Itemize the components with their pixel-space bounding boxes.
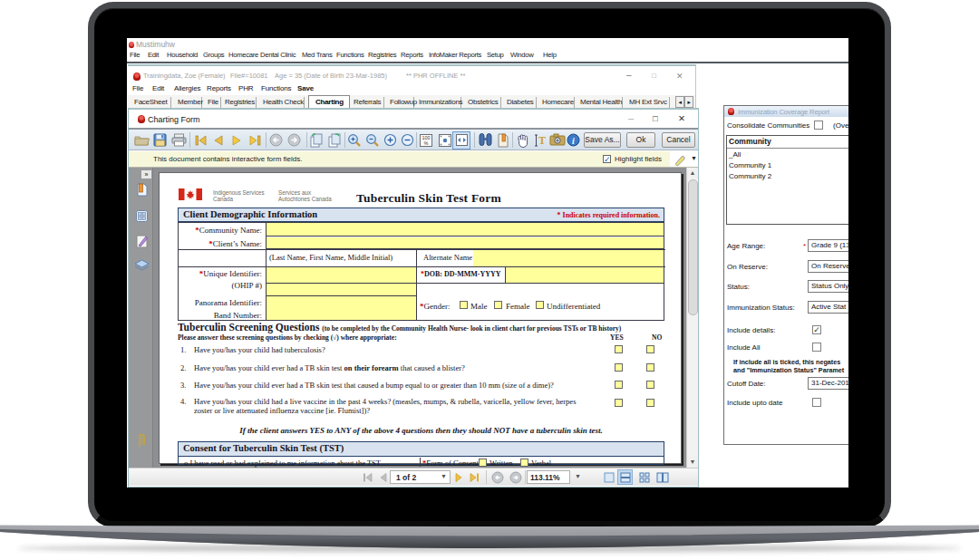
svg-text:i: i — [572, 136, 575, 146]
svg-text:%: % — [424, 140, 429, 146]
svg-text:T: T — [538, 134, 546, 147]
